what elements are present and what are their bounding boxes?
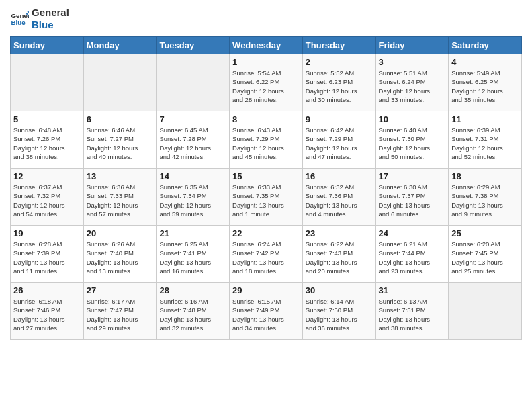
day-number: 23 <box>306 228 373 238</box>
logo-icon: General Blue <box>10 9 29 28</box>
calendar-cell: 23Sunrise: 6:22 AM Sunset: 7:43 PM Dayli… <box>302 226 375 283</box>
calendar-cell: 2Sunrise: 5:52 AM Sunset: 6:23 PM Daylig… <box>302 54 375 111</box>
calendar-cell: 1Sunrise: 5:54 AM Sunset: 6:22 PM Daylig… <box>230 54 303 111</box>
calendar-cell: 22Sunrise: 6:24 AM Sunset: 7:42 PM Dayli… <box>230 226 303 283</box>
day-number: 18 <box>451 171 519 181</box>
page-header: General Blue General Blue <box>10 7 522 31</box>
day-info: Sunrise: 5:51 AM Sunset: 6:24 PM Dayligh… <box>379 68 446 104</box>
calendar-header-row: SundayMondayTuesdayWednesdayThursdayFrid… <box>11 37 522 54</box>
calendar-cell: 29Sunrise: 6:15 AM Sunset: 7:49 PM Dayli… <box>230 283 303 340</box>
day-info: Sunrise: 6:28 AM Sunset: 7:39 PM Dayligh… <box>13 240 81 275</box>
day-number: 22 <box>232 228 300 238</box>
day-number: 25 <box>451 228 519 238</box>
day-number: 13 <box>87 171 154 181</box>
calendar-cell: 12Sunrise: 6:37 AM Sunset: 7:32 PM Dayli… <box>11 169 84 226</box>
day-info: Sunrise: 6:17 AM Sunset: 7:47 PM Dayligh… <box>87 297 154 332</box>
day-info: Sunrise: 6:24 AM Sunset: 7:42 PM Dayligh… <box>232 240 300 275</box>
calendar-cell <box>157 54 230 111</box>
day-info: Sunrise: 6:42 AM Sunset: 7:29 PM Dayligh… <box>306 126 373 161</box>
day-number: 28 <box>159 285 226 295</box>
day-number: 19 <box>13 228 81 238</box>
day-info: Sunrise: 6:15 AM Sunset: 7:49 PM Dayligh… <box>232 297 300 332</box>
calendar-cell: 16Sunrise: 6:32 AM Sunset: 7:36 PM Dayli… <box>302 169 375 226</box>
calendar-cell: 13Sunrise: 6:36 AM Sunset: 7:33 PM Dayli… <box>83 169 157 226</box>
day-number: 1 <box>232 57 300 67</box>
svg-text:General: General <box>11 12 29 19</box>
calendar-week-1: 1Sunrise: 5:54 AM Sunset: 6:22 PM Daylig… <box>11 54 522 111</box>
weekday-header-tuesday: Tuesday <box>157 37 230 54</box>
day-info: Sunrise: 6:48 AM Sunset: 7:26 PM Dayligh… <box>13 126 81 161</box>
day-number: 5 <box>13 114 81 124</box>
day-info: Sunrise: 6:32 AM Sunset: 7:36 PM Dayligh… <box>306 183 373 218</box>
calendar-cell <box>11 54 84 111</box>
calendar-cell: 21Sunrise: 6:25 AM Sunset: 7:41 PM Dayli… <box>157 226 230 283</box>
logo: General Blue General Blue <box>10 7 69 31</box>
logo-general: General <box>32 7 69 19</box>
calendar-cell: 14Sunrise: 6:35 AM Sunset: 7:34 PM Dayli… <box>157 169 230 226</box>
day-info: Sunrise: 6:45 AM Sunset: 7:28 PM Dayligh… <box>159 126 226 161</box>
day-info: Sunrise: 6:18 AM Sunset: 7:46 PM Dayligh… <box>13 297 81 332</box>
day-number: 7 <box>159 114 226 124</box>
calendar-cell: 18Sunrise: 6:29 AM Sunset: 7:38 PM Dayli… <box>449 169 522 226</box>
day-number: 31 <box>379 285 446 295</box>
day-number: 27 <box>87 285 154 295</box>
calendar-cell <box>83 54 157 111</box>
day-info: Sunrise: 6:16 AM Sunset: 7:48 PM Dayligh… <box>159 297 226 332</box>
weekday-header-sunday: Sunday <box>11 37 84 54</box>
logo-blue: Blue <box>32 19 69 31</box>
day-info: Sunrise: 6:40 AM Sunset: 7:30 PM Dayligh… <box>379 126 446 161</box>
day-number: 10 <box>379 114 446 124</box>
day-info: Sunrise: 6:13 AM Sunset: 7:51 PM Dayligh… <box>379 297 446 332</box>
calendar-cell: 3Sunrise: 5:51 AM Sunset: 6:24 PM Daylig… <box>375 54 449 111</box>
calendar-week-5: 26Sunrise: 6:18 AM Sunset: 7:46 PM Dayli… <box>11 283 522 340</box>
svg-text:Blue: Blue <box>11 19 26 26</box>
day-info: Sunrise: 5:54 AM Sunset: 6:22 PM Dayligh… <box>232 68 300 104</box>
day-info: Sunrise: 6:22 AM Sunset: 7:43 PM Dayligh… <box>306 240 373 275</box>
day-number: 9 <box>306 114 373 124</box>
day-info: Sunrise: 5:49 AM Sunset: 6:25 PM Dayligh… <box>451 68 519 104</box>
day-info: Sunrise: 6:35 AM Sunset: 7:34 PM Dayligh… <box>159 183 226 218</box>
calendar-table: SundayMondayTuesdayWednesdayThursdayFrid… <box>10 36 522 340</box>
day-number: 2 <box>306 57 373 67</box>
day-number: 17 <box>379 171 446 181</box>
day-number: 30 <box>306 285 373 295</box>
day-info: Sunrise: 6:21 AM Sunset: 7:44 PM Dayligh… <box>379 240 446 275</box>
day-number: 3 <box>379 57 446 67</box>
calendar-cell: 31Sunrise: 6:13 AM Sunset: 7:51 PM Dayli… <box>375 283 449 340</box>
weekday-header-saturday: Saturday <box>449 37 522 54</box>
day-number: 20 <box>87 228 154 238</box>
day-info: Sunrise: 6:30 AM Sunset: 7:37 PM Dayligh… <box>379 183 446 218</box>
day-number: 29 <box>232 285 300 295</box>
day-number: 8 <box>232 114 300 124</box>
day-info: Sunrise: 6:25 AM Sunset: 7:41 PM Dayligh… <box>159 240 226 275</box>
day-number: 4 <box>451 57 519 67</box>
day-info: Sunrise: 6:26 AM Sunset: 7:40 PM Dayligh… <box>87 240 154 275</box>
weekday-header-thursday: Thursday <box>302 37 375 54</box>
calendar-cell: 17Sunrise: 6:30 AM Sunset: 7:37 PM Dayli… <box>375 169 449 226</box>
calendar-week-2: 5Sunrise: 6:48 AM Sunset: 7:26 PM Daylig… <box>11 111 522 169</box>
calendar-cell: 25Sunrise: 6:20 AM Sunset: 7:45 PM Dayli… <box>449 226 522 283</box>
calendar-cell: 11Sunrise: 6:39 AM Sunset: 7:31 PM Dayli… <box>449 111 522 169</box>
calendar-cell: 30Sunrise: 6:14 AM Sunset: 7:50 PM Dayli… <box>302 283 375 340</box>
day-number: 26 <box>13 285 81 295</box>
day-number: 12 <box>13 171 81 181</box>
day-info: Sunrise: 6:36 AM Sunset: 7:33 PM Dayligh… <box>87 183 154 218</box>
day-info: Sunrise: 6:37 AM Sunset: 7:32 PM Dayligh… <box>13 183 81 218</box>
day-number: 24 <box>379 228 446 238</box>
calendar-week-4: 19Sunrise: 6:28 AM Sunset: 7:39 PM Dayli… <box>11 226 522 283</box>
day-number: 6 <box>87 114 154 124</box>
calendar-week-3: 12Sunrise: 6:37 AM Sunset: 7:32 PM Dayli… <box>11 169 522 226</box>
calendar-cell: 5Sunrise: 6:48 AM Sunset: 7:26 PM Daylig… <box>11 111 84 169</box>
day-info: Sunrise: 6:39 AM Sunset: 7:31 PM Dayligh… <box>451 126 519 161</box>
weekday-header-monday: Monday <box>83 37 157 54</box>
calendar-cell <box>449 283 522 340</box>
day-info: Sunrise: 5:52 AM Sunset: 6:23 PM Dayligh… <box>306 68 373 104</box>
day-number: 15 <box>232 171 300 181</box>
weekday-header-wednesday: Wednesday <box>230 37 303 54</box>
calendar-cell: 15Sunrise: 6:33 AM Sunset: 7:35 PM Dayli… <box>230 169 303 226</box>
day-info: Sunrise: 6:43 AM Sunset: 7:29 PM Dayligh… <box>232 126 300 161</box>
day-number: 11 <box>451 114 519 124</box>
calendar-cell: 7Sunrise: 6:45 AM Sunset: 7:28 PM Daylig… <box>157 111 230 169</box>
day-info: Sunrise: 6:29 AM Sunset: 7:38 PM Dayligh… <box>451 183 519 218</box>
calendar-cell: 28Sunrise: 6:16 AM Sunset: 7:48 PM Dayli… <box>157 283 230 340</box>
